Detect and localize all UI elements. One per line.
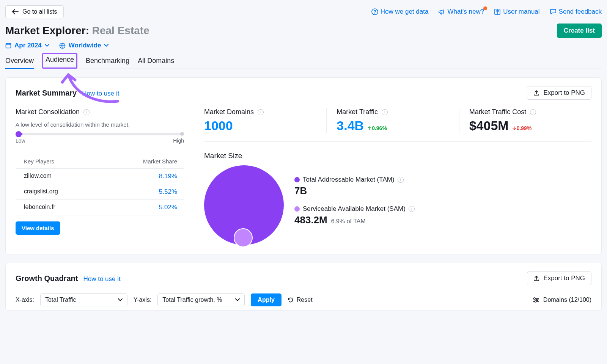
market-share-link[interactable]: 5.02% — [159, 204, 177, 211]
svg-rect-2 — [6, 44, 11, 48]
key-players-table: Key Players Market Share zillow.com 8.19… — [16, 154, 184, 215]
dot-icon — [294, 206, 300, 212]
growth-quadrant-title: Growth Quadrant — [16, 274, 78, 283]
market-traffic-cost-metric: Market Traffic Cost i $405M 0.99% — [459, 108, 591, 133]
chevron-down-icon — [45, 44, 49, 47]
growth-quadrant-card: Growth Quadrant How to use it Export to … — [5, 263, 602, 311]
help-circle-icon — [371, 8, 378, 15]
refresh-icon — [288, 297, 294, 303]
apply-button[interactable]: Apply — [251, 293, 281, 306]
svg-point-6 — [535, 301, 536, 302]
svg-point-4 — [534, 298, 535, 299]
tab-all-domains[interactable]: All Domains — [138, 55, 174, 69]
how-we-get-data-link[interactable]: How we get data — [371, 8, 429, 16]
chevron-down-icon — [235, 298, 240, 301]
export-png-button[interactable]: Export to PNG — [527, 86, 591, 100]
back-to-lists-button[interactable]: Go to all lists — [5, 5, 64, 18]
chevron-down-icon — [118, 298, 123, 301]
back-label: Go to all lists — [22, 8, 57, 15]
tabs: Overview Audience Benchmarking All Domai… — [5, 55, 602, 69]
market-summary-title: Market Summary — [16, 89, 77, 97]
notification-dot-icon — [483, 6, 487, 10]
x-axis-label: X-axis: — [16, 297, 34, 303]
sam-bubble-icon — [234, 228, 253, 247]
calendar-icon — [5, 42, 11, 49]
whats-new-link[interactable]: What's new? — [438, 8, 484, 16]
dot-icon — [294, 177, 300, 182]
market-domains-metric: Market Domains i 1000 — [204, 108, 326, 133]
info-icon[interactable]: i — [530, 109, 536, 115]
slider-thumb-icon — [16, 131, 22, 137]
user-manual-link[interactable]: User manual — [494, 8, 539, 16]
table-row: zillow.com 8.19% — [16, 169, 184, 184]
tam-legend: Total Addressable Market (TAM) i 7B — [294, 176, 415, 197]
page-title: Market Explorer: Real Estate — [5, 25, 149, 37]
book-icon — [494, 8, 501, 15]
info-icon[interactable]: i — [382, 109, 388, 115]
info-icon[interactable]: i — [258, 109, 264, 115]
how-to-use-link[interactable]: How to use it — [82, 90, 119, 97]
y-axis-select[interactable]: Total Traffic growth, % — [157, 293, 245, 306]
market-size-chart — [204, 165, 284, 245]
info-icon[interactable]: i — [83, 109, 90, 115]
tab-overview[interactable]: Overview — [5, 55, 34, 69]
market-traffic-metric: Market Traffic i 3.4B 0.96% — [326, 108, 459, 133]
table-row: craigslist.org 5.52% — [16, 184, 184, 200]
arrow-up-icon — [368, 126, 371, 130]
upload-icon — [533, 90, 539, 96]
slider-end-icon — [180, 132, 184, 136]
arrow-left-icon — [12, 9, 19, 14]
export-png-button[interactable]: Export to PNG — [527, 271, 591, 285]
info-icon[interactable]: i — [398, 177, 404, 183]
chat-icon — [550, 8, 557, 15]
upload-icon — [533, 275, 539, 281]
tab-benchmarking[interactable]: Benchmarking — [86, 55, 129, 69]
chevron-down-icon — [104, 44, 109, 47]
x-axis-select[interactable]: Total Traffic — [40, 293, 127, 306]
market-share-link[interactable]: 8.19% — [159, 173, 177, 180]
create-list-button[interactable]: Create list — [557, 24, 602, 38]
table-row: leboncoin.fr 5.02% — [16, 200, 184, 215]
market-size-section: Market Size Total Addressable Market (TA… — [204, 152, 591, 245]
market-consolidation-section: Market Consolidation i A low level of co… — [16, 108, 194, 245]
sliders-icon — [533, 297, 539, 303]
send-feedback-link[interactable]: Send feedback — [550, 8, 602, 16]
delta-up: 0.96% — [368, 125, 387, 131]
delta-down: 0.99% — [513, 125, 532, 131]
y-axis-label: Y-axis: — [134, 297, 151, 303]
domains-count-button[interactable]: Domains (12/100) — [533, 297, 591, 303]
megaphone-icon — [438, 8, 445, 15]
info-icon[interactable]: i — [409, 206, 415, 212]
arrow-down-icon — [513, 126, 516, 130]
reset-button[interactable]: Reset — [288, 297, 313, 303]
view-details-button[interactable]: View details — [16, 221, 60, 235]
header-links: How we get data What's new? User manual … — [371, 8, 602, 16]
consolidation-slider — [16, 133, 184, 135]
market-share-link[interactable]: 5.52% — [159, 188, 177, 196]
how-to-use-link[interactable]: How to use it — [83, 275, 120, 283]
date-filter[interactable]: Apr 2024 — [5, 42, 49, 49]
globe-icon — [59, 42, 66, 49]
sam-legend: Serviceable Available Market (SAM) i 483… — [294, 205, 415, 226]
market-summary-card: Market Summary How to use it Export to P… — [5, 77, 602, 254]
tab-audience[interactable]: Audience — [42, 53, 77, 69]
region-filter[interactable]: Worldwide — [59, 42, 109, 49]
svg-point-5 — [536, 299, 538, 301]
